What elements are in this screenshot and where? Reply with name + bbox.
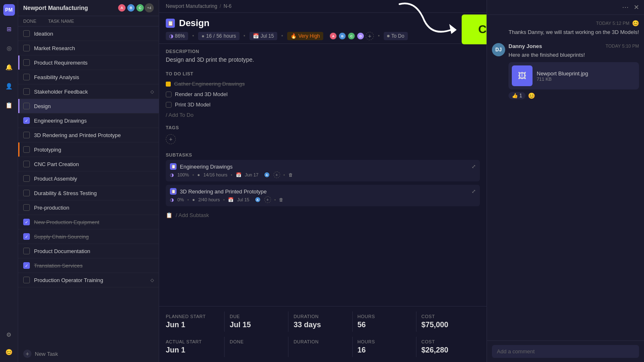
task-item[interactable]: CNC Part Creation [18, 157, 159, 171]
hours-stat-label: HOURS [358, 314, 411, 319]
project-title: Newport Manufacturing [23, 5, 114, 11]
todo-checkbox[interactable] [166, 92, 172, 97]
task-item[interactable]: Ideation [18, 27, 159, 41]
task-checkbox[interactable] [23, 74, 30, 80]
task-item[interactable]: Market Research [18, 41, 159, 56]
todo-checkbox[interactable] [166, 102, 172, 108]
task-checkbox[interactable] [23, 233, 30, 240]
nav-settings[interactable]: ⚙ [3, 329, 15, 340]
subtask-add-assignee[interactable]: + [264, 196, 271, 203]
task-item[interactable]: Supply Chain Sourcing [18, 229, 159, 244]
task-item[interactable]: 3D Rendering and Printed Prototype [18, 128, 159, 142]
todo-item[interactable]: Print 3D Model [166, 99, 480, 110]
assignee-1: A [329, 32, 337, 40]
task-checkbox[interactable] [23, 161, 30, 167]
task-name: Ideation [34, 31, 154, 37]
task-item[interactable]: Durability & Stress Testing [18, 186, 159, 200]
nav-home[interactable]: ⊞ [3, 23, 15, 35]
progress-badge[interactable]: ◑ 86% [166, 32, 188, 40]
planned-start-label: PLANNED START [166, 314, 219, 319]
nav-docs[interactable]: 📋 [3, 99, 15, 111]
task-checkbox[interactable] [23, 88, 30, 95]
chat-msg-header: Danny Jones TODAY 5:10 PM [508, 43, 639, 49]
todo-text: Render and 3D Model [175, 91, 228, 97]
task-name: Design [34, 103, 154, 109]
task-item[interactable]: Design [18, 99, 159, 113]
subtask-open[interactable]: ⤢ [472, 188, 476, 194]
task-checkbox[interactable] [23, 262, 30, 269]
todo-item[interactable]: Render and 3D Model [166, 89, 480, 99]
task-checkbox[interactable] [23, 219, 30, 225]
task-item[interactable]: Product Requirements [18, 56, 159, 70]
nav-notifications[interactable]: 🔔 [3, 61, 15, 73]
chat-input[interactable] [492, 345, 639, 358]
nav-search[interactable]: ◎ [3, 42, 15, 54]
task-item[interactable]: Engineering Drawings [18, 113, 159, 128]
task-item[interactable]: Feasibility Analysis [18, 70, 159, 84]
add-subtask[interactable]: 📋 / Add Subtask [166, 210, 480, 221]
task-checkbox[interactable] [23, 132, 30, 138]
actual-cost-value: $26,280 [421, 346, 475, 355]
task-name: Engineering Drawings [34, 118, 154, 124]
chat-message: TODAY 5:12 PM 😊 Thanks Danny, we will st… [492, 20, 639, 36]
subtask-open[interactable]: ⤢ [472, 164, 476, 169]
add-task-button[interactable]: + New Task [18, 345, 159, 362]
task-col-headers: DONE TASK NAME [18, 16, 159, 27]
add-todo[interactable]: / Add To Do [166, 110, 480, 120]
nav-team[interactable]: 👤 [3, 80, 15, 92]
subtask-icon: 📋 [166, 212, 172, 218]
todo-item[interactable]: Gather Engineering Drawings [166, 79, 480, 89]
priority-badge[interactable]: 🔥 Very High [287, 32, 323, 40]
subtask-add-assignee[interactable]: + [274, 171, 280, 178]
subtask-delete[interactable]: 🗑 [288, 172, 293, 177]
nav-profile[interactable]: 😊 [3, 346, 15, 358]
subtask-icon: 📋 [170, 188, 177, 195]
task-item[interactable]: Pre-production [18, 200, 159, 215]
task-checkbox[interactable] [23, 190, 30, 196]
right-panel-header: ⋯ ✕ [487, 0, 644, 15]
description-text[interactable]: Design and 3D print the prototype. [166, 56, 480, 66]
task-checkbox[interactable] [23, 103, 30, 109]
chat-msg-row: DJ Danny Jones TODAY 5:10 PM Here are th… [492, 43, 639, 100]
subtask-name: Engineering Drawings [180, 164, 468, 170]
app-logo[interactable]: PM [3, 4, 15, 16]
chat-time: TODAY 5:12 PM [596, 21, 629, 26]
task-checkbox[interactable] [23, 30, 30, 37]
cost-value: $75,000 [421, 321, 475, 329]
close-icon[interactable]: ✕ [634, 3, 639, 11]
task-checkbox[interactable] [23, 248, 30, 254]
reaction-badge[interactable]: 👍 1 [508, 92, 525, 99]
task-item[interactable]: New Production Equipment [18, 215, 159, 229]
hours-badge[interactable]: ● 16/56 hours [198, 32, 239, 40]
task-checkbox[interactable] [23, 45, 30, 51]
breadcrumb: Newport Manufacturing / N-6 [159, 0, 487, 13]
trial-banner[interactable]: Click here to start your free trial [462, 14, 487, 44]
task-checkbox[interactable] [23, 175, 30, 182]
task-checkbox[interactable] [23, 204, 30, 211]
task-item[interactable]: Stakeholder Feedback ◇ [18, 84, 159, 99]
add-tag-btn[interactable]: + [166, 134, 176, 144]
subtask-delete[interactable]: 🗑 [279, 197, 283, 202]
task-item[interactable]: Product Assembly [18, 171, 159, 186]
task-name: New Production Equipment [34, 219, 154, 225]
status-badge[interactable]: To Do [384, 32, 407, 40]
chat-emoji-btn[interactable]: 😊 [632, 20, 639, 27]
more-options-icon[interactable]: ⋯ [622, 3, 629, 11]
subtask-avatar: A [264, 171, 270, 178]
task-checkbox[interactable] [23, 117, 30, 124]
task-item[interactable]: Product Documentation [18, 244, 159, 258]
task-item[interactable]: Prototyping [18, 142, 159, 157]
chat-msg-content: Danny Jones TODAY 5:10 PM Here are the f… [508, 43, 639, 100]
task-item[interactable]: Production Operator Training ◇ [18, 273, 159, 287]
add-assignee-btn[interactable]: + [366, 32, 374, 40]
task-checkbox[interactable] [23, 59, 30, 66]
subtasks-list: 📋 Engineering Drawings ⤢ ◑ 100% • ● 14/1… [166, 160, 480, 206]
add-reaction-btn[interactable]: 😊 [528, 92, 535, 99]
task-checkbox[interactable] [23, 277, 30, 283]
task-checkbox[interactable] [23, 146, 30, 153]
task-indicator [18, 56, 19, 70]
due-badge[interactable]: 📅 Jul 15 [249, 32, 277, 40]
task-item[interactable]: Translation Services [18, 258, 159, 273]
task-name: Pre-production [34, 205, 154, 211]
todo-section-label: TO DO LIST [166, 66, 480, 79]
